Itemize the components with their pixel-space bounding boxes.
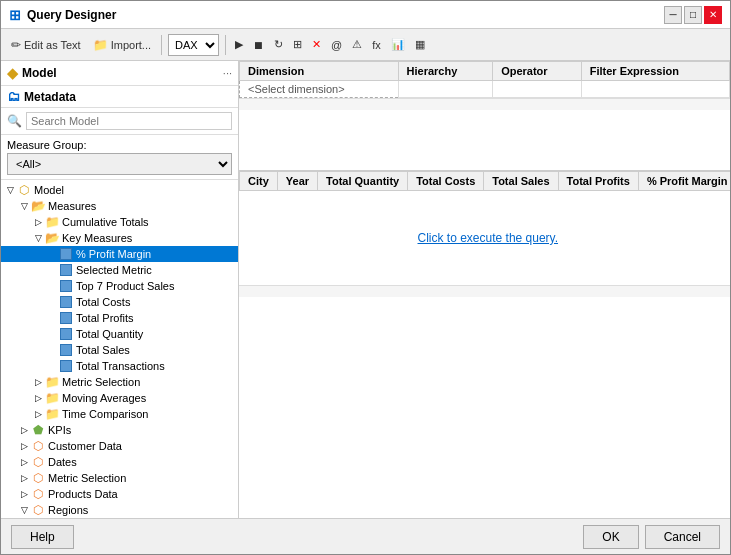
tree-item-moving-averages[interactable]: ▷ 📁 Moving Averages [1, 390, 238, 406]
refresh-icon: ↻ [274, 38, 283, 51]
tree-label-metric-selection: Metric Selection [48, 472, 126, 484]
run-icon: ▶ [235, 38, 243, 51]
minimize-button[interactable]: ─ [664, 6, 682, 24]
ok-button[interactable]: OK [583, 525, 638, 549]
results-area: City Year Total Quantity Total Costs Tot… [239, 171, 730, 518]
measure-group-select[interactable]: <All> [7, 153, 232, 175]
tree-label-products-data: Products Data [48, 488, 118, 500]
measure-group-label: Measure Group: [7, 139, 232, 151]
tree-item-metric-selection[interactable]: ▷ ⬡ Metric Selection [1, 470, 238, 486]
select-dimension-cell[interactable]: <Select dimension> [240, 81, 399, 98]
tree-item-total-costs[interactable]: Total Costs [1, 294, 238, 310]
toggle-selected-metric [45, 263, 59, 277]
tree-label-moving-averages: Moving Averages [62, 392, 146, 404]
tree-item-selected-metric[interactable]: Selected Metric [1, 262, 238, 278]
tree-label-profit-margin: % Profit Margin [76, 248, 151, 260]
tree-item-metric-selection-folder[interactable]: ▷ 📁 Metric Selection [1, 374, 238, 390]
title-bar-controls: ─ □ ✕ [664, 6, 722, 24]
tree-item-total-transactions[interactable]: Total Transactions [1, 358, 238, 374]
tree-item-products-data[interactable]: ▷ ⬡ Products Data [1, 486, 238, 502]
measure-icon-total-costs [59, 295, 73, 309]
main-content: ◆ Model ··· 🗂 Metadata 🔍 Measure Group: [1, 61, 730, 518]
tree-label-selected-metric: Selected Metric [76, 264, 152, 276]
model-header: ◆ Model ··· [1, 61, 238, 86]
toggle-moving-averages: ▷ [31, 391, 45, 405]
tree-item-key-measures[interactable]: ▽ 📂 Key Measures [1, 230, 238, 246]
more-options-button[interactable]: ··· [223, 67, 232, 79]
window-icon: ⊞ [9, 7, 21, 23]
tree-item-total-profits[interactable]: Total Profits [1, 310, 238, 326]
left-panel: ◆ Model ··· 🗂 Metadata 🔍 Measure Group: [1, 61, 239, 518]
tree-item-kpis[interactable]: ▷ ⬟ KPIs [1, 422, 238, 438]
operator-cell [493, 81, 582, 98]
tree-label-dates: Dates [48, 456, 77, 468]
param-button[interactable]: @ [328, 37, 345, 53]
tree-item-model[interactable]: ▽ ⬡ Model [1, 182, 238, 198]
toggle-key-measures: ▽ [31, 231, 45, 245]
dax-selector[interactable]: DAX MDX [168, 34, 219, 56]
toggle-cumulative: ▷ [31, 215, 45, 229]
result-col-total-profits: Total Profits [558, 172, 638, 191]
run-query-button[interactable]: ▶ [232, 36, 246, 53]
tree-item-regions[interactable]: ▽ ⬡ Regions [1, 502, 238, 518]
tree-label-time-comparison: Time Comparison [62, 408, 148, 420]
refresh-button[interactable]: ↻ [271, 36, 286, 53]
filter-button[interactable]: ⚠ [349, 36, 365, 53]
folder-icon-cumulative: 📁 [45, 215, 59, 229]
maximize-button[interactable]: □ [684, 6, 702, 24]
result-col-total-costs: Total Costs [408, 172, 484, 191]
tree-item-dates[interactable]: ▷ ⬡ Dates [1, 454, 238, 470]
toggle-metric-selection-folder: ▷ [31, 375, 45, 389]
filter-h-scroll[interactable] [239, 98, 730, 110]
metric-selection-icon: ⬡ [31, 471, 45, 485]
tree-label-regions: Regions [48, 504, 88, 516]
close-button[interactable]: ✕ [704, 6, 722, 24]
tree-item-customer-data[interactable]: ▷ ⬡ Customer Data [1, 438, 238, 454]
toggle-top7 [45, 279, 59, 293]
tree-item-time-comparison[interactable]: ▷ 📁 Time Comparison [1, 406, 238, 422]
tree-label-total-transactions: Total Transactions [76, 360, 165, 372]
tree-item-total-sales[interactable]: Total Sales [1, 342, 238, 358]
toggle-total-sales [45, 343, 59, 357]
right-panel: Dimension Hierarchy Operator Filter Expr… [239, 61, 730, 518]
folder-icon-measures: 📂 [31, 199, 45, 213]
tree-item-top7[interactable]: Top 7 Product Sales [1, 278, 238, 294]
table-icon: ▦ [415, 38, 425, 51]
tree-item-cumulative[interactable]: ▷ 📁 Cumulative Totals [1, 214, 238, 230]
cancel-button[interactable]: Cancel [645, 525, 720, 549]
edit-as-text-button[interactable]: ✏ Edit as Text [7, 36, 85, 54]
execute-link-text: Click to execute the query. [418, 231, 559, 245]
results-h-scroll[interactable] [239, 285, 730, 297]
search-box: 🔍 [1, 108, 238, 135]
col-header-filter-expression: Filter Expression [581, 62, 729, 81]
regions-icon: ⬡ [31, 503, 45, 517]
import-button[interactable]: 📁 Import... [89, 36, 155, 54]
cancel-query-button[interactable]: ⏹ [250, 37, 267, 53]
toggle-total-transactions [45, 359, 59, 373]
toggle-metric-selection: ▷ [17, 471, 31, 485]
toggle-measures: ▽ [17, 199, 31, 213]
col-header-dimension: Dimension [240, 62, 399, 81]
search-input[interactable] [26, 112, 232, 130]
tree-label-key-measures: Key Measures [62, 232, 132, 244]
calculated-button[interactable]: fx [369, 37, 384, 53]
tree-item-measures[interactable]: ▽ 📂 Measures [1, 198, 238, 214]
toggle-customer-data: ▷ [17, 439, 31, 453]
delete-button[interactable]: ✕ [309, 36, 324, 53]
toolbar-extra2[interactable]: ▦ [412, 36, 428, 53]
result-col-year: Year [277, 172, 317, 191]
toggle-time-comparison: ▷ [31, 407, 45, 421]
toggle-total-profits [45, 311, 59, 325]
tree-item-total-quantity[interactable]: Total Quantity [1, 326, 238, 342]
calc-icon: fx [372, 39, 381, 51]
help-button[interactable]: Help [11, 525, 74, 549]
toolbar-extra1[interactable]: 📊 [388, 36, 408, 53]
measure-icon-selected-metric [59, 263, 73, 277]
toggle-profit-margin [45, 247, 59, 261]
filter-row-select-dim: <Select dimension> [240, 81, 730, 98]
execute-query-link[interactable]: Click to execute the query. [240, 191, 731, 285]
tree-item-profit-margin[interactable]: % Profit Margin [1, 246, 238, 262]
folder-icon-moving-averages: 📁 [45, 391, 59, 405]
model-cube-icon: ◆ [7, 65, 18, 81]
toggle-dim-button[interactable]: ⊞ [290, 36, 305, 53]
